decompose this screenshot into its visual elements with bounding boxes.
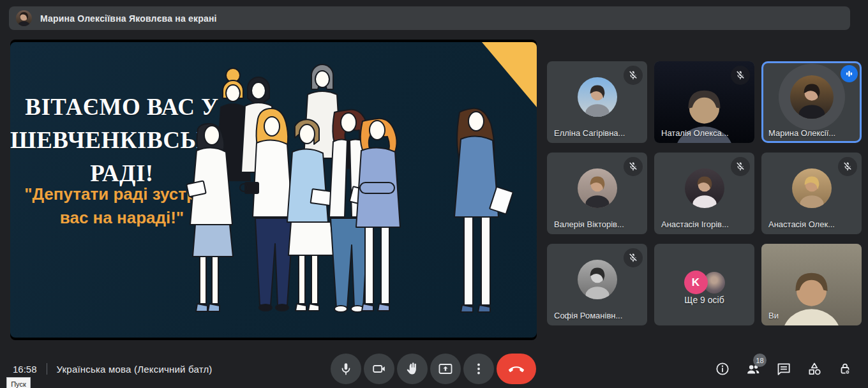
mic-button[interactable] [331,354,361,384]
chat-button[interactable] [776,361,791,377]
raise-hand-button[interactable] [397,354,428,384]
mic-muted-icon [731,157,750,176]
avatar-person-figure [578,260,617,299]
meet-window: Марина Олексіївна Яковлєва на екрані ВІТ… [0,0,868,388]
participant-name: Валерія Вікторів... [554,220,624,229]
participant-name: Ви [768,311,779,320]
participant-tile[interactable]: Наталія Олекса... [654,61,754,143]
info-button[interactable] [715,361,730,377]
participant-tile[interactable]: Софія Романівн... [547,244,647,325]
divider [47,363,47,375]
avatar-person-figure [685,168,724,208]
businesswomen-illustration [170,56,537,324]
taskbar-tooltip: Пуск [6,377,31,388]
call-controls [331,354,536,384]
clock-time: 16:58 [13,364,37,375]
end-call-icon [509,361,524,377]
present-screen-button[interactable] [430,354,461,384]
participant-name: Елліна Сагірівна... [554,128,625,138]
mic-muted-icon [624,66,643,85]
participant-name: Анастасія Олек... [768,220,835,229]
host-controls-button[interactable] [837,361,853,377]
meeting-name: Українська мова (Лексичний батл) [57,364,213,375]
side-panel-icons: 18 [715,361,853,377]
chat-icon [776,361,791,377]
raise-hand-icon [405,361,420,377]
participant-avatar [685,168,724,208]
participant-tile[interactable]: Елліна Сагірівна... [547,61,647,143]
taskbar-tooltip-text: Пуск [11,380,26,388]
speaking-indicator-icon [841,65,858,82]
participant-name: Софія Романівн... [554,311,622,320]
camera-button[interactable] [364,354,394,384]
mic-muted-icon [731,66,750,85]
participant-name: Ще 9 осіб [654,295,754,305]
avatar-person-figure [792,168,832,208]
participant-tile[interactable]: Ви [761,244,862,325]
meeting-info: 16:58 Українська мова (Лексичний батл) [13,350,213,388]
participant-avatar [790,75,834,119]
participant-count-badge: 18 [753,354,767,367]
presenter-banner-text: Марина Олексіївна Яковлєва на екрані [40,13,217,24]
avatar-person-figure [790,75,834,119]
participant-name: Анастасія Ігорів... [661,220,729,229]
participants-grid: Елліна Сагірівна... [547,61,862,325]
slide-illustration [170,56,537,324]
participant-tile[interactable]: Анастасія Ігорів... [654,153,754,234]
participant-avatar [792,168,832,208]
more-options-button[interactable] [463,354,494,384]
mic-muted-icon [624,248,643,267]
more-options-icon [471,361,486,377]
participant-avatar [578,168,617,208]
overflow-letter-avatar: K [684,271,708,294]
participant-avatar [578,260,617,299]
camera-icon [371,361,387,377]
mic-muted-icon [624,157,643,176]
presenter-avatar [16,10,32,26]
mic-muted-icon [838,157,857,176]
presentation-slide: ВІТАЄМО ВАС У ШЕВЧЕНКІВСЬКІЙ РАДІ! "Депу… [10,42,537,338]
screenshare-tile[interactable]: ВІТАЄМО ВАС У ШЕВЧЕНКІВСЬКІЙ РАДІ! "Депу… [10,40,537,340]
mic-icon [338,361,354,377]
participant-tile[interactable]: Марина Олексії... [761,61,862,143]
participant-tile[interactable]: K Ще 9 осіб [654,244,754,325]
people-button[interactable]: 18 [745,361,761,377]
participant-tile[interactable]: Валерія Вікторів... [547,153,647,234]
host-controls-icon [837,361,853,377]
avatar-person-figure [578,168,617,208]
info-icon [715,361,730,377]
participant-name: Марина Олексії... [768,128,835,138]
bottom-bar: 16:58 Українська мова (Лексичний батл) [0,350,868,388]
present-screen-icon [438,361,453,377]
overflow-avatars: K [684,271,725,294]
presenter-banner: Марина Олексіївна Яковлєва на екрані [9,6,850,30]
participant-name: Наталія Олекса... [661,128,729,138]
avatar-person-figure [578,77,617,117]
activities-icon [807,361,822,377]
participant-avatar [578,77,617,117]
activities-button[interactable] [807,361,822,377]
participant-tile[interactable]: Анастасія Олек... [761,153,862,234]
end-call-button[interactable] [497,354,536,384]
